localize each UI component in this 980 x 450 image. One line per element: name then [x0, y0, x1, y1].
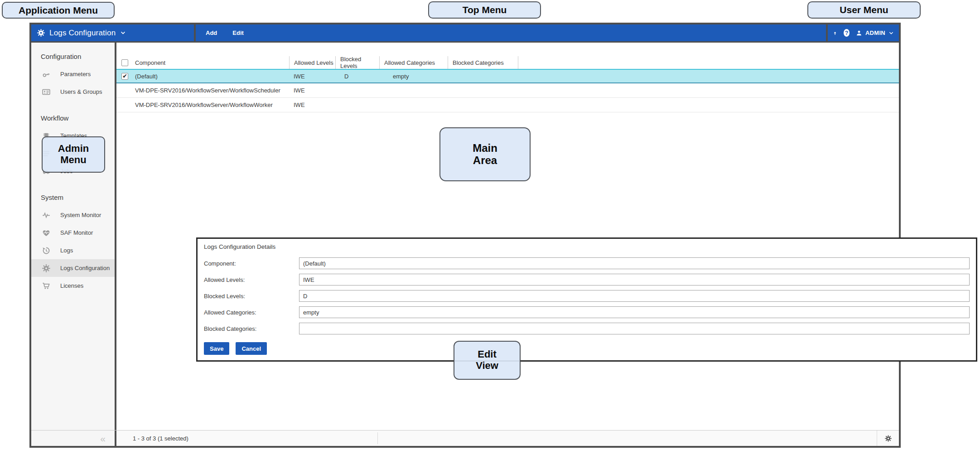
cancel-button[interactable]: Cancel	[236, 342, 267, 355]
sidebar-item-logs-configuration[interactable]: Logs Configuration	[31, 259, 115, 277]
sidebar-item-label: SAF Monitor	[60, 229, 93, 236]
row-count-status: 1 - 3 of 3 (1 selected)	[133, 435, 188, 442]
sidebar-item-saf-monitor[interactable]: SAF Monitor	[31, 224, 115, 242]
table-row[interactable]: VM-DPE-SRV2016/WorkflowServer/WorkflowWo…	[116, 98, 899, 112]
callout-top-menu: Top Menu	[428, 1, 541, 19]
sidebar-item-parameters[interactable]: Parameters	[31, 65, 115, 83]
history-icon	[42, 246, 51, 255]
callout-main-area: Main Area	[439, 127, 531, 181]
gear-icon	[37, 29, 45, 37]
sidebar-item-label: Users & Groups	[60, 88, 102, 95]
sidebar-item-users-groups[interactable]: Users & Groups	[31, 83, 115, 101]
callout-application-menu: Application Menu	[2, 2, 115, 19]
chevron-down-icon	[120, 29, 126, 36]
id-card-icon	[42, 87, 51, 97]
sidebar-item-system-monitor[interactable]: System Monitor	[31, 206, 115, 224]
menu-item-add[interactable]: Add	[206, 29, 217, 36]
admin-sidebar: Configuration Parameters Users & Groups …	[31, 43, 116, 430]
column-header-blocked-levels[interactable]: Blocked Levels	[335, 56, 379, 69]
callout-user-menu: User Menu	[807, 1, 921, 19]
allowed-categories-input[interactable]	[299, 306, 970, 318]
blocked-categories-input[interactable]	[299, 323, 970, 334]
component-input[interactable]	[299, 257, 970, 269]
sidebar-item-label: System Monitor	[60, 212, 101, 218]
user-menu: ? ADMIN	[826, 24, 899, 41]
cell-component: VM-DPE-SRV2016/WorkflowServer/WorkflowSc…	[135, 87, 289, 94]
topbar-spacer	[244, 24, 826, 41]
sidebar-section-configuration: Configuration	[31, 50, 115, 63]
help-icon[interactable]: ?	[844, 29, 850, 37]
sidebar-item-label: Logs Configuration	[60, 265, 110, 271]
gear-icon	[42, 264, 51, 273]
column-header-blocked-categories[interactable]: Blocked Categories	[448, 56, 518, 69]
field-label: Blocked Levels:	[204, 293, 299, 300]
cell-allowed-levels: IWE	[289, 73, 340, 80]
select-all-checkbox[interactable]	[121, 59, 128, 66]
chevron-down-icon	[888, 30, 894, 36]
table-row[interactable]: ✔ (Default) IWE D empty	[116, 69, 899, 83]
gear-icon	[884, 435, 892, 442]
panel-title: Logs Configuration Details	[204, 243, 970, 250]
app-window: Logs Configuration Add Edit ? ADMIN Conf…	[29, 23, 901, 448]
top-menu-bar: Logs Configuration Add Edit ? ADMIN	[31, 24, 899, 43]
application-menu-button[interactable]: Logs Configuration	[31, 24, 196, 41]
column-header-component[interactable]: Component	[135, 56, 289, 69]
check-icon: ✔	[122, 73, 127, 79]
sidebar-section-system: System	[31, 191, 115, 203]
user-menu-button[interactable]: ADMIN	[855, 29, 894, 37]
cell-allowed-levels: IWE	[289, 102, 340, 108]
column-header-allowed-categories[interactable]: Allowed Categories	[379, 56, 448, 69]
cell-blocked-levels: D	[340, 73, 388, 80]
callout-edit-view: Edit View	[454, 341, 521, 380]
key-icon	[42, 70, 51, 79]
cell-component: VM-DPE-SRV2016/WorkflowServer/WorkflowWo…	[135, 102, 289, 108]
heart-pulse-icon	[42, 228, 51, 237]
blocked-levels-input[interactable]	[299, 290, 970, 302]
field-row-blocked-levels: Blocked Levels:	[204, 290, 970, 302]
field-row-blocked-categories: Blocked Categories:	[204, 323, 970, 334]
save-button[interactable]: Save	[204, 342, 229, 355]
menu-item-edit[interactable]: Edit	[232, 29, 244, 36]
row-checkbox[interactable]: ✔	[121, 73, 128, 80]
table-row[interactable]: VM-DPE-SRV2016/WorkflowServer/WorkflowSc…	[116, 83, 899, 98]
edit-view-panel: Logs Configuration Details Component: Al…	[196, 237, 977, 362]
field-label: Component:	[204, 260, 299, 267]
field-row-allowed-levels: Allowed Levels:	[204, 274, 970, 285]
field-label: Allowed Levels:	[204, 276, 299, 283]
sidebar-item-label: Parameters	[60, 71, 91, 77]
cell-allowed-levels: IWE	[289, 87, 340, 94]
table-status-bar: 1 - 3 of 3 (1 selected)	[116, 431, 899, 446]
top-menu-items: Add Edit	[196, 24, 244, 41]
sidebar-item-label: Logs	[60, 247, 73, 254]
field-row-component: Component:	[204, 257, 970, 269]
footer-divider	[377, 432, 378, 444]
collapse-sidebar-button[interactable]: «	[100, 434, 106, 443]
cart-icon	[42, 281, 51, 290]
field-row-allowed-categories: Allowed Categories:	[204, 306, 970, 318]
field-label: Blocked Categories:	[204, 325, 299, 332]
person-icon	[855, 29, 863, 37]
column-header-allowed-levels[interactable]: Allowed Levels	[289, 56, 335, 69]
column-header-spacer	[518, 56, 899, 69]
field-label: Allowed Categories:	[204, 309, 299, 316]
table-header-row: Component Allowed Levels Blocked Levels …	[116, 56, 899, 69]
upload-arrow-icon[interactable]	[832, 29, 838, 37]
sidebar-item-logs[interactable]: Logs	[31, 242, 115, 259]
cell-allowed-categories: empty	[388, 73, 461, 80]
table-settings-button[interactable]	[877, 431, 899, 446]
callout-admin-menu: Admin Menu	[42, 136, 105, 173]
sidebar-item-label: Licenses	[60, 282, 83, 289]
sidebar-footer: «	[31, 431, 116, 446]
pulse-icon	[42, 211, 51, 220]
logs-configuration-table: Component Allowed Levels Blocked Levels …	[116, 56, 899, 112]
status-bar: « 1 - 3 of 3 (1 selected)	[31, 430, 899, 446]
sidebar-section-workflow: Workflow	[31, 111, 115, 124]
app-title: Logs Configuration	[49, 29, 116, 38]
sidebar-item-licenses[interactable]: Licenses	[31, 277, 115, 295]
allowed-levels-input[interactable]	[299, 274, 970, 285]
cell-component: (Default)	[135, 73, 289, 80]
user-name-label: ADMIN	[865, 29, 885, 36]
